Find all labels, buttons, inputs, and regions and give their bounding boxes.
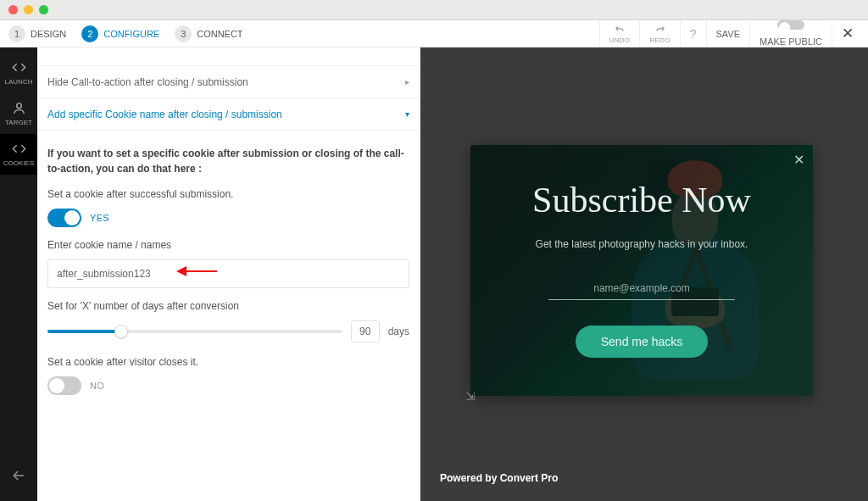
undo-label: UNDO bbox=[609, 36, 631, 44]
redo-button[interactable]: REDO bbox=[639, 20, 679, 47]
sidebar-item-label: COOKIES bbox=[3, 159, 34, 167]
help-button[interactable]: ? bbox=[680, 20, 706, 47]
toggle-close[interactable] bbox=[47, 376, 81, 395]
popup-title: Subscribe Now bbox=[532, 182, 751, 218]
days-slider-row: days bbox=[47, 320, 409, 342]
sidebar-item-launch[interactable]: LAUNCH bbox=[0, 53, 37, 93]
window-close-dot[interactable] bbox=[8, 5, 18, 14]
step-label: CONNECT bbox=[197, 29, 242, 39]
step-label: CONFIGURE bbox=[103, 29, 159, 39]
undo-button[interactable]: UNDO bbox=[599, 20, 640, 47]
config-panel: Hide Call-to-action after closing / subm… bbox=[37, 47, 420, 501]
popup-email-input[interactable] bbox=[548, 277, 735, 300]
accordion-hide-cta[interactable]: Hide Call-to-action after closing / subm… bbox=[37, 66, 420, 98]
close-button[interactable]: ✕ bbox=[832, 20, 863, 47]
undo-icon bbox=[614, 24, 626, 36]
toggle-row-success: YES bbox=[47, 209, 409, 227]
accordion-title: Hide Call-to-action after closing / subm… bbox=[47, 76, 248, 88]
slider-thumb[interactable] bbox=[114, 325, 128, 338]
step-number: 3 bbox=[175, 25, 192, 42]
window-minimize-dot[interactable] bbox=[24, 5, 33, 14]
resize-handle-icon[interactable]: ⇲ bbox=[465, 389, 476, 403]
sidebar-item-label: LAUNCH bbox=[5, 78, 33, 86]
accordion-cookie[interactable]: Add specific Cookie name after closing /… bbox=[37, 98, 420, 131]
days-value-input[interactable] bbox=[351, 320, 380, 342]
redo-label: REDO bbox=[649, 36, 670, 44]
label-days: Set for 'X' number of days after convers… bbox=[47, 300, 409, 312]
popup-submit-button[interactable]: Send me hacks bbox=[576, 326, 709, 358]
powered-by-label: Powered by Convert Pro bbox=[440, 472, 558, 484]
toggle-success[interactable] bbox=[47, 209, 81, 227]
toggle-state-label: YES bbox=[90, 213, 109, 223]
topbar-actions: UNDO REDO ? SAVE MAKE PUBLIC ✕ bbox=[599, 20, 863, 47]
redo-icon bbox=[654, 24, 666, 36]
sidebar-item-target[interactable]: TARGET bbox=[0, 93, 37, 134]
accordion-body: If you want to set a specific cookie aft… bbox=[37, 131, 420, 402]
step-label: DESIGN bbox=[31, 29, 66, 39]
days-unit-label: days bbox=[388, 326, 409, 337]
chevron-down-icon: ▾ bbox=[405, 109, 409, 119]
preview-pane: ✕ Subscribe Now Get the latest photograp… bbox=[420, 47, 868, 501]
popup-subtitle: Get the latest photography hacks in your… bbox=[536, 238, 748, 250]
step-number: 1 bbox=[8, 25, 25, 42]
make-public-toggle[interactable]: MAKE PUBLIC bbox=[749, 20, 832, 47]
section-description: If you want to set a specific cookie aft… bbox=[47, 146, 409, 176]
step-configure[interactable]: 2 CONFIGURE bbox=[81, 25, 159, 42]
code-icon bbox=[12, 60, 26, 75]
sidebar-item-label: TARGET bbox=[5, 119, 32, 126]
public-switch[interactable] bbox=[777, 20, 804, 30]
code-icon bbox=[12, 142, 26, 156]
make-public-label: MAKE PUBLIC bbox=[760, 36, 822, 47]
user-icon bbox=[12, 101, 26, 115]
top-toolbar: 1 DESIGN 2 CONFIGURE 3 CONNECT UNDO REDO… bbox=[0, 20, 868, 47]
help-icon: ? bbox=[690, 27, 697, 41]
window-zoom-dot[interactable] bbox=[39, 5, 48, 14]
accordion-title: Add specific Cookie name after closing /… bbox=[47, 109, 282, 120]
save-label: SAVE bbox=[716, 29, 741, 39]
subscribe-popup: ✕ Subscribe Now Get the latest photograp… bbox=[470, 145, 813, 396]
label-set-cookie-close: Set a cookie after visitor closes it. bbox=[47, 356, 409, 368]
label-cookie-names: Enter cookie name / names bbox=[47, 239, 409, 251]
workspace: LAUNCH TARGET COOKIES Hide Call-to-actio… bbox=[0, 47, 868, 501]
toggle-row-close: NO bbox=[47, 376, 409, 395]
toggle-state-label: NO bbox=[90, 381, 104, 391]
sidebar-item-cookies[interactable]: COOKIES bbox=[0, 134, 37, 175]
back-arrow-icon bbox=[10, 467, 27, 484]
step-design[interactable]: 1 DESIGN bbox=[8, 25, 66, 42]
left-sidebar: LAUNCH TARGET COOKIES bbox=[0, 47, 37, 501]
window-titlebar bbox=[0, 0, 868, 20]
close-icon: ✕ bbox=[842, 25, 854, 42]
chevron-right-icon: ▸ bbox=[405, 77, 409, 86]
wizard-steps: 1 DESIGN 2 CONFIGURE 3 CONNECT bbox=[8, 25, 243, 42]
step-number: 2 bbox=[81, 25, 98, 42]
days-slider[interactable] bbox=[47, 330, 342, 333]
step-connect[interactable]: 3 CONNECT bbox=[175, 25, 242, 42]
center-area: Hide Call-to-action after closing / subm… bbox=[37, 47, 868, 501]
label-set-cookie-success: Set a cookie after successful submission… bbox=[47, 188, 409, 200]
svg-point-0 bbox=[16, 103, 21, 109]
back-button[interactable] bbox=[0, 467, 37, 484]
save-button[interactable]: SAVE bbox=[706, 20, 750, 47]
cookie-name-input[interactable] bbox=[47, 259, 409, 288]
